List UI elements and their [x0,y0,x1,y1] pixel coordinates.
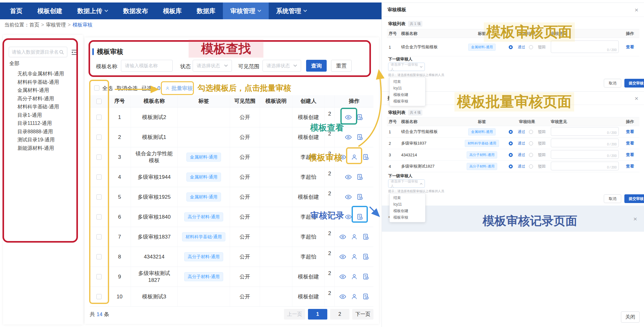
review-record-icon[interactable] [356,213,363,220]
header-checkbox[interactable] [96,99,102,104]
pass-radio[interactable] [509,153,513,157]
status-select[interactable]: 请选择状态 [193,60,232,72]
page-1-button[interactable]: 1 [308,309,327,320]
reset-button[interactable]: 重置 [331,60,352,72]
review-record-icon[interactable] [356,193,363,201]
row-checkbox[interactable] [96,254,102,259]
view-template-icon[interactable] [339,154,346,161]
review-record-icon[interactable] [362,293,369,300]
breadcrumb-section[interactable]: 审核管理 [46,22,66,27]
page-2-button[interactable]: 2 [330,309,349,320]
submit-review-button[interactable]: 提交审核 [624,194,644,203]
prev-page-button[interactable]: 上一页 [284,309,305,320]
view-link[interactable]: 查看 [626,140,634,146]
view-template-icon[interactable] [339,233,346,240]
nav-item-review-management[interactable]: 审核管理 [223,2,269,19]
dropdown-option[interactable]: lcy11 [390,85,425,92]
review-record-icon[interactable] [362,233,369,240]
opinion-textarea[interactable]: 0 / 200 [551,40,619,53]
pass-radio[interactable] [509,141,513,145]
template-name-input[interactable]: 请输入模版名称 [121,60,173,72]
batch-review-button[interactable]: 批量审核 [165,85,193,92]
row-checkbox[interactable] [96,234,102,239]
dropdown-option[interactable]: 模板审核 [390,214,425,221]
row-checkbox[interactable] [96,194,102,200]
view-link[interactable]: 查看 [626,129,634,135]
review-record-icon[interactable] [362,154,369,161]
reject-radio[interactable] [529,153,533,157]
view-template-icon[interactable] [339,293,346,300]
nav-item-data-publish[interactable]: 数据发布 [116,2,156,19]
close-button[interactable]: 关闭 [621,311,640,323]
catalog-item[interactable]: 材料科学基础-通用 [17,78,64,87]
view-template-icon[interactable] [339,273,346,280]
row-checkbox[interactable] [96,294,102,299]
review-template-icon[interactable] [351,273,358,280]
review-record-icon[interactable] [362,273,369,280]
review-record-icon[interactable] [362,253,369,260]
catalog-item[interactable]: 目录11112-通用 [17,119,64,128]
cancel-button[interactable]: 取消 [604,194,621,203]
reject-radio[interactable] [529,164,533,168]
catalog-item[interactable]: 无机非金属材料-通用 [17,70,64,78]
nav-item-system-management[interactable]: 系统管理 [269,2,315,19]
review-record-icon[interactable] [356,114,363,121]
nav-item-database[interactable]: 数据库 [189,2,223,19]
close-icon[interactable]: × [635,7,638,13]
cancel-button[interactable]: 取消 [604,79,621,88]
review-template-icon[interactable] [351,253,358,260]
reject-radio[interactable] [529,130,533,134]
row-checkbox[interactable] [96,174,102,180]
catalog-item-all[interactable]: 全部 [9,60,19,67]
next-page-button[interactable]: 下一页 [352,309,373,320]
opinion-textarea[interactable]: 0 / 200 [551,139,619,147]
next-reviewer-select[interactable]: 请选择下一级审核人 [388,179,425,188]
view-template-icon[interactable] [339,253,346,260]
breadcrumb-home[interactable]: 首页 [29,22,39,27]
view-template-icon[interactable] [345,173,352,181]
opinion-textarea[interactable]: 0 / 200 [551,162,619,170]
review-template-icon[interactable] [351,293,358,300]
catalog-item[interactable]: 高分子材料-通用 [17,95,64,103]
opinion-textarea[interactable]: 0 / 200 [551,150,619,159]
pass-radio[interactable] [509,45,513,49]
row-checkbox[interactable] [96,135,102,140]
review-record-icon[interactable] [356,134,363,141]
reject-radio[interactable] [529,45,533,49]
dropdown-option[interactable]: 模板审核 [390,98,425,105]
catalog-item[interactable]: 新能源材料-通用 [17,144,64,153]
nav-item-home[interactable]: 首页 [2,2,30,19]
next-reviewer-select[interactable]: 请选择下一级审核人 [388,63,425,71]
view-template-icon[interactable] [345,193,352,201]
catalog-item[interactable]: 金属材料-通用 [17,86,64,95]
catalog-item[interactable]: 测试目录19-通用 [17,136,64,144]
catalog-item[interactable]: 材料科学基础-通用 [17,103,64,111]
catalog-item[interactable]: 目录1-通用 [17,111,64,120]
close-icon[interactable]: × [635,95,638,102]
submit-review-button[interactable]: 提交审核 [624,79,644,88]
row-checkbox[interactable] [96,214,102,220]
scope-select[interactable]: 请选择状态 [262,60,301,72]
view-link[interactable]: 查看 [626,164,634,169]
opinion-textarea[interactable]: 0 / 200 [551,127,619,136]
collapse-tree-icon[interactable] [71,49,78,55]
dropdown-option[interactable]: 结束 [390,195,425,201]
nav-item-data-upload[interactable]: 数据上传 [70,2,116,19]
select-all-label[interactable]: 全选 [102,85,113,92]
row-checkbox[interactable] [96,154,102,160]
nav-item-template-library[interactable]: 模板库 [156,2,189,19]
dropdown-option[interactable]: 结束 [390,78,425,85]
close-icon[interactable]: × [633,216,637,222]
search-button[interactable]: 查询 [306,60,327,72]
pass-radio[interactable] [509,164,513,168]
nav-item-template-create[interactable]: 模板创建 [30,2,70,19]
view-template-icon[interactable] [345,114,352,121]
deselect-all-button[interactable]: 取消全选 [117,85,138,92]
review-template-icon[interactable] [351,233,358,240]
catalog-item[interactable]: 目录88888-通用 [17,128,64,136]
row-checkbox[interactable] [96,115,102,120]
dropdown-option[interactable]: 模板创建 [390,208,425,214]
select-all-checkbox[interactable] [94,85,99,91]
view-template-icon[interactable] [345,134,352,141]
dropdown-option[interactable]: 模板创建 [390,92,425,98]
